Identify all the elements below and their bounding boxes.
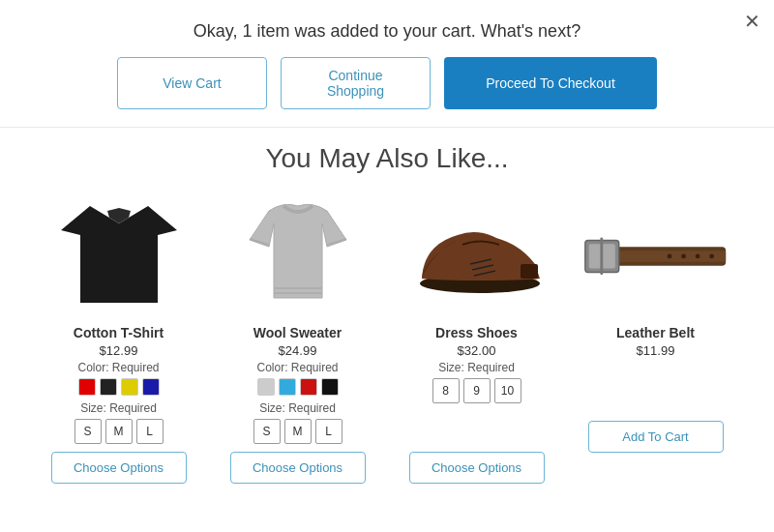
color-swatch-red[interactable] <box>300 378 317 396</box>
continue-shopping-button[interactable]: Continue Shopping <box>281 57 431 109</box>
recommendations-title: You May Also Like... <box>0 143 774 174</box>
action-buttons-bar: View Cart Continue Shopping Proceed To C… <box>0 57 774 127</box>
product-image-sweater <box>223 192 372 317</box>
close-button[interactable]: ✕ <box>744 12 760 31</box>
choose-options-button-sweater[interactable]: Choose Options <box>230 452 366 484</box>
size-8-shoes[interactable]: 8 <box>432 378 460 403</box>
svg-rect-15 <box>600 238 603 276</box>
size-l-tshirt[interactable]: L <box>136 419 164 444</box>
size-required-label-shoes: Size: Required <box>438 361 515 374</box>
color-label-sweater: Color: Required <box>256 361 338 374</box>
color-swatch-teal[interactable] <box>279 378 296 396</box>
products-row: Cotton T-Shirt $12.99 Color: Required Si… <box>0 192 774 484</box>
product-image-shoes <box>402 192 551 317</box>
product-name-belt: Leather Belt <box>616 325 695 340</box>
size-s-tshirt[interactable]: S <box>74 419 102 444</box>
product-card-cotton-tshirt: Cotton T-Shirt $12.99 Color: Required Si… <box>34 192 203 484</box>
product-name-shoes: Dress Shoes <box>435 325 518 340</box>
size-10-shoes[interactable]: 10 <box>494 378 521 403</box>
divider <box>0 127 774 128</box>
color-swatch-red[interactable] <box>78 378 96 396</box>
product-price-shoes: $32.00 <box>458 343 496 358</box>
size-m-sweater[interactable]: M <box>284 419 312 444</box>
choose-options-button-shoes[interactable]: Choose Options <box>409 452 545 484</box>
color-swatch-yellow[interactable] <box>121 378 138 396</box>
view-cart-button[interactable]: View Cart <box>117 57 267 109</box>
choose-options-button-tshirt[interactable]: Choose Options <box>51 452 187 484</box>
svg-point-17 <box>681 254 686 259</box>
size-s-sweater[interactable]: S <box>253 419 281 444</box>
color-swatch-black[interactable] <box>321 378 339 396</box>
product-card-leather-belt: Leather Belt $11.99 Add To Cart <box>571 192 740 484</box>
product-image-belt <box>580 192 730 317</box>
size-options-tshirt: S M L <box>74 419 164 444</box>
color-swatches-sweater <box>257 378 339 396</box>
product-price-belt: $11.99 <box>637 343 675 358</box>
size-9-shoes[interactable]: 9 <box>463 378 491 403</box>
size-options-sweater: S M L <box>253 419 342 444</box>
size-m-tshirt[interactable]: M <box>105 419 133 444</box>
svg-point-16 <box>668 254 672 259</box>
color-label-tshirt: Color: Required <box>77 361 159 374</box>
proceed-to-checkout-button[interactable]: Proceed To Checkout <box>444 57 657 109</box>
color-swatches-tshirt <box>78 378 160 396</box>
svg-point-18 <box>696 254 700 259</box>
product-image-tshirt <box>44 192 194 317</box>
color-swatch-gray[interactable] <box>257 378 275 396</box>
svg-rect-10 <box>521 264 538 279</box>
size-label-sweater: Size: Required <box>259 401 336 415</box>
product-card-dress-shoes: Dress Shoes $32.00 Size: Required 8 9 10… <box>392 192 561 484</box>
svg-point-19 <box>709 254 714 259</box>
size-options-shoes: 8 9 10 <box>432 378 521 403</box>
cart-notification-message: Okay, 1 item was added to your cart. Wha… <box>0 0 774 57</box>
product-name-tshirt: Cotton T-Shirt <box>74 325 164 340</box>
product-name-sweater: Wool Sweater <box>253 325 342 340</box>
color-swatch-blue[interactable] <box>142 378 160 396</box>
size-label-tshirt: Size: Required <box>80 401 157 415</box>
size-l-sweater[interactable]: L <box>315 419 342 444</box>
add-to-cart-button-belt[interactable]: Add To Cart <box>588 421 724 453</box>
product-card-wool-sweater: Wool Sweater $24.99 Color: Required Size… <box>213 192 382 484</box>
product-price-sweater: $24.99 <box>279 343 317 358</box>
product-price-tshirt: $12.99 <box>100 343 138 358</box>
color-swatch-black[interactable] <box>100 378 117 396</box>
